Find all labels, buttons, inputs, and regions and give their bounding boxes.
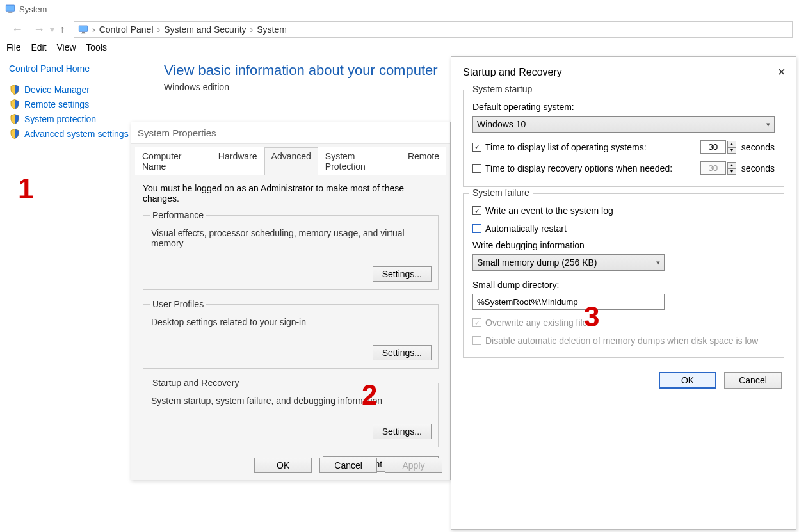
startup-recovery-group: Startup and Recovery System startup, sys…	[143, 378, 439, 447]
user-profiles-legend: User Profiles	[150, 299, 206, 309]
startup-recovery-settings-button[interactable]: Settings...	[373, 424, 432, 439]
menu-file[interactable]: File	[6, 42, 21, 52]
menu-edit[interactable]: Edit	[31, 42, 46, 52]
default-os-value: Windows 10	[477, 119, 526, 129]
user-profiles-desc: Desktop settings related to your sign-in	[151, 317, 430, 327]
shield-icon	[9, 84, 20, 95]
control-panel-home-link[interactable]: Control Panel Home	[9, 63, 151, 74]
write-event-checkbox[interactable]	[472, 206, 481, 215]
menu-view[interactable]: View	[56, 42, 76, 52]
up-arrow-icon[interactable]: ↑	[54, 24, 70, 35]
system-failure-group: System failure Write an event to the sys…	[463, 193, 784, 358]
ok-button[interactable]: OK	[659, 372, 716, 389]
tabs: Computer Name Hardware Advanced System P…	[135, 147, 446, 175]
recovery-options-label: Time to display recovery options when ne…	[485, 163, 700, 173]
titlebar: System	[0, 0, 799, 18]
tab-system-protection[interactable]: System Protection	[318, 147, 401, 175]
dialog-title: Startup and Recovery	[463, 67, 562, 78]
dump-type-value: Small memory dump (256 KB)	[477, 257, 597, 268]
sidebar-item-advanced-system-settings[interactable]: Advanced system settings	[9, 128, 151, 140]
dialog-title: System Properties	[131, 122, 450, 144]
cancel-button[interactable]: Cancel	[319, 458, 377, 473]
default-os-label: Default operating system:	[472, 102, 775, 112]
system-startup-group: System startup Default operating system:…	[463, 90, 784, 187]
back-arrow-icon[interactable]: ←	[6, 23, 28, 36]
annotation-1: 1	[18, 173, 33, 205]
spinner[interactable]: ▴▾	[727, 141, 736, 154]
menubar: File Edit View Tools	[0, 41, 799, 54]
forward-arrow-icon[interactable]: →	[28, 23, 50, 36]
default-os-select[interactable]: Windows 10 ▾	[472, 116, 775, 133]
overwrite-label: Overwrite any existing file	[485, 318, 775, 328]
startup-recovery-dialog: Startup and Recovery ✕ System startup De…	[451, 56, 796, 530]
show-os-list-checkbox[interactable]	[472, 143, 481, 152]
breadcrumb[interactable]: System	[257, 24, 287, 35]
navbar: ← → ▾ ↑ › Control Panel › System and Sec…	[0, 18, 799, 41]
cancel-button[interactable]: Cancel	[724, 372, 782, 389]
shield-icon	[9, 128, 20, 140]
auto-restart-label: Automatically restart	[485, 223, 775, 234]
spin-up-icon[interactable]: ▴	[727, 141, 736, 147]
tab-hardware[interactable]: Hardware	[211, 147, 264, 175]
ok-button[interactable]: OK	[254, 458, 312, 473]
system-startup-legend: System startup	[469, 84, 536, 94]
sidebar-item-remote-settings[interactable]: Remote settings	[9, 99, 151, 110]
seconds-label: seconds	[741, 142, 775, 152]
annotation-2: 2	[362, 379, 377, 411]
write-event-label: Write an event to the system log	[485, 206, 775, 216]
show-os-list-label: Time to display list of operating system…	[485, 142, 700, 152]
breadcrumb[interactable]: Control Panel	[99, 24, 154, 35]
tab-computer-name[interactable]: Computer Name	[135, 147, 211, 175]
system-icon	[5, 4, 15, 14]
startup-recovery-legend: Startup and Recovery	[150, 378, 241, 388]
sidebar-item-label: Device Manager	[24, 85, 90, 95]
admin-note: You must be logged on as an Administrato…	[143, 183, 439, 204]
performance-settings-button[interactable]: Settings...	[373, 266, 432, 282]
system-properties-dialog: System Properties Computer Name Hardware…	[131, 122, 451, 480]
spinner: ▴▾	[727, 162, 736, 175]
dump-dir-label: Small dump directory:	[472, 280, 775, 290]
sidebar-item-system-protection[interactable]: System protection	[9, 113, 151, 125]
dump-type-select[interactable]: Small memory dump (256 KB) ▾	[472, 254, 665, 271]
annotation-3: 3	[584, 301, 599, 333]
write-debugging-label: Write debugging information	[472, 240, 775, 250]
performance-legend: Performance	[150, 210, 206, 220]
disable-deletion-label: Disable automatic deletion of memory dum…	[485, 335, 775, 346]
spin-down-icon: ▾	[727, 168, 736, 175]
apply-button[interactable]: Apply	[385, 458, 442, 473]
tab-advanced[interactable]: Advanced	[264, 147, 318, 175]
show-os-list-seconds-input[interactable]	[700, 140, 726, 154]
seconds-label: seconds	[741, 163, 775, 173]
tab-remote[interactable]: Remote	[401, 147, 446, 175]
auto-restart-checkbox[interactable]	[472, 224, 481, 233]
shield-icon	[9, 113, 20, 125]
sidebar-item-label: Advanced system settings	[24, 129, 129, 139]
system-failure-legend: System failure	[469, 188, 533, 198]
disable-deletion-checkbox	[472, 336, 481, 345]
monitor-icon	[78, 24, 88, 35]
menu-tools[interactable]: Tools	[86, 42, 107, 52]
spin-down-icon[interactable]: ▾	[727, 147, 736, 154]
windows-edition-label: Windows edition	[164, 82, 236, 92]
recovery-options-seconds-input	[700, 161, 726, 175]
close-icon[interactable]: ✕	[777, 66, 786, 78]
performance-desc: Visual effects, processor scheduling, me…	[151, 228, 430, 248]
sidebar-item-device-manager[interactable]: Device Manager	[9, 84, 151, 95]
user-profiles-settings-button[interactable]: Settings...	[373, 345, 432, 360]
sidebar-item-label: Remote settings	[24, 99, 89, 109]
startup-recovery-desc: System startup, system failure, and debu…	[151, 396, 430, 406]
performance-group: Performance Visual effects, processor sc…	[143, 210, 439, 290]
dump-dir-input[interactable]	[472, 294, 665, 310]
window-title: System	[19, 4, 47, 14]
user-profiles-group: User Profiles Desktop settings related t…	[143, 299, 439, 369]
chevron-down-icon: ▾	[656, 259, 660, 267]
breadcrumb[interactable]: System and Security	[164, 24, 246, 35]
address-bar[interactable]: › Control Panel › System and Security › …	[74, 21, 793, 38]
shield-icon	[9, 99, 20, 110]
overwrite-checkbox	[472, 318, 481, 327]
recovery-options-checkbox[interactable]	[472, 164, 481, 173]
chevron-down-icon: ▾	[766, 120, 770, 129]
spin-up-icon: ▴	[727, 162, 736, 168]
sidebar-item-label: System protection	[24, 114, 96, 124]
